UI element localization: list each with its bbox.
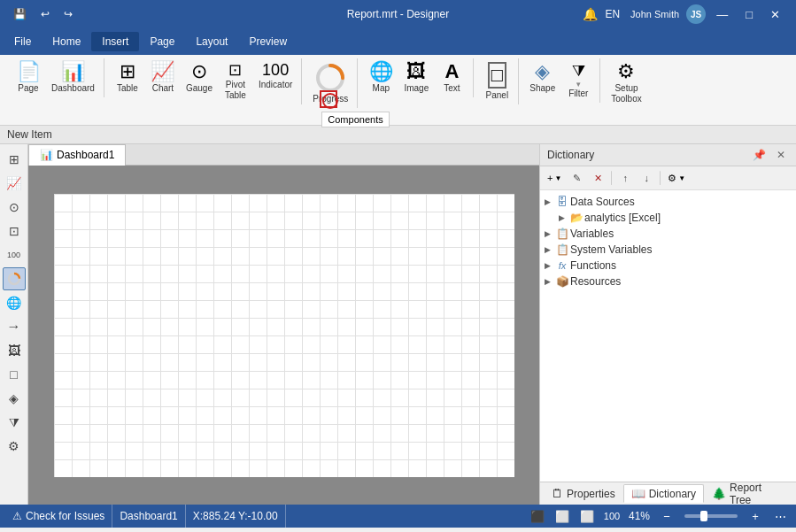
menu-insert[interactable]: Insert bbox=[91, 32, 139, 51]
left-indicator-btn[interactable]: 100 bbox=[3, 243, 26, 266]
status-icon3[interactable]: ⬜ bbox=[576, 506, 598, 526]
ribbon-table-btn[interactable]: ⊞ Table bbox=[112, 60, 143, 96]
zoom-thumb bbox=[700, 511, 707, 521]
left-pivot-btn[interactable]: ⊡ bbox=[3, 220, 26, 243]
right-panel: Dictionary 📌 ✕ + ▼ ✎ ✕ ↑ ↓ ⚙ ▼ bbox=[539, 144, 796, 505]
close-btn[interactable]: ✕ bbox=[763, 4, 787, 25]
tree-system-variables[interactable]: ▶ 📋 System Variables bbox=[540, 242, 796, 258]
dict-move-up-btn[interactable]: ↑ bbox=[615, 169, 635, 187]
ribbon-pivot-btn[interactable]: ⊡ Pivot Table bbox=[220, 60, 251, 103]
menu-preview[interactable]: Preview bbox=[238, 32, 298, 51]
grid-canvas[interactable] bbox=[54, 194, 514, 477]
dictionary-tab[interactable]: 📖 Dictionary bbox=[623, 484, 704, 503]
menu-home[interactable]: Home bbox=[42, 32, 91, 51]
left-panel-btn[interactable]: □ bbox=[3, 363, 26, 386]
ribbon-page-btn[interactable]: 📄 Page bbox=[12, 60, 44, 96]
variables-label: Variables bbox=[570, 227, 614, 240]
dict-settings-dropdown[interactable]: ⚙ ▼ bbox=[664, 171, 689, 186]
close-dict-btn[interactable]: ✕ bbox=[773, 147, 789, 163]
sysvar-icon: 📋 bbox=[554, 243, 570, 256]
setup-icon: ⚙ bbox=[617, 62, 635, 81]
left-filter-btn[interactable]: ⧩ bbox=[3, 411, 26, 434]
dict-bottom-tabs: 🗒 Properties 📖 Dictionary 🌲 Report Tree bbox=[540, 482, 796, 505]
minimize-btn[interactable]: — bbox=[709, 4, 735, 25]
ribbon-panel-btn[interactable]: □ Panel bbox=[481, 60, 513, 103]
dashboard-status-label: Dashboard1 bbox=[120, 510, 177, 522]
left-arrow-btn[interactable]: → bbox=[3, 315, 26, 338]
menu-layout[interactable]: Layout bbox=[185, 32, 238, 51]
ribbon-group-tables: ⊞ Table 📈 Chart ⊙ Gauge ⊡ Pivot Table bbox=[106, 58, 302, 104]
canvas-content[interactable] bbox=[28, 166, 539, 505]
functions-expander: ▶ bbox=[540, 261, 554, 270]
status-icon2[interactable]: ⬜ bbox=[552, 506, 573, 526]
left-progress-btn[interactable] bbox=[3, 267, 26, 290]
tree-datasources[interactable]: ▶ 🗄 Data Sources bbox=[540, 194, 796, 210]
bell-icon[interactable]: 🔔 bbox=[583, 7, 598, 21]
status-right: ⬛ ⬜ ⬜ 100 41% − + ⋯ bbox=[527, 506, 791, 526]
left-setup-btn[interactable]: ⚙ bbox=[3, 435, 26, 458]
image-icon: 🖼 bbox=[406, 62, 426, 81]
dashboard1-tab[interactable]: 📊 Dashboard1 bbox=[28, 144, 126, 166]
ribbon-dashboard-btn[interactable]: 📊 Dashboard bbox=[48, 60, 98, 96]
zoom-slider[interactable] bbox=[684, 514, 738, 518]
dict-delete-btn[interactable]: ✕ bbox=[588, 169, 607, 187]
ribbon-progress-btn[interactable]: Progress bbox=[309, 60, 352, 106]
report-tree-tab[interactable]: 🌲 Report Tree bbox=[704, 479, 792, 509]
user-avatar[interactable]: JS bbox=[686, 4, 706, 24]
ribbon-text-btn[interactable]: A Text bbox=[436, 60, 468, 96]
dict-move-down-btn[interactable]: ↓ bbox=[637, 169, 656, 187]
lang-selector[interactable]: EN bbox=[605, 8, 620, 20]
left-table-btn[interactable]: ⊞ bbox=[3, 148, 26, 171]
page-icon: 📄 bbox=[17, 62, 41, 81]
properties-tab-icon: 🗒 bbox=[552, 487, 563, 500]
ribbon-setup-btn[interactable]: ⚙ Setup Toolbox bbox=[607, 60, 645, 106]
dict-edit-btn[interactable]: ✎ bbox=[567, 169, 586, 187]
ribbon-gauge-btn[interactable]: ⊙ Gauge bbox=[182, 60, 216, 96]
left-map-btn[interactable]: 🌐 bbox=[3, 291, 26, 314]
left-gauge-btn[interactable]: ⊙ bbox=[3, 196, 26, 219]
dict-add-dropdown[interactable]: + ▼ bbox=[544, 171, 565, 185]
pin-btn[interactable]: 📌 bbox=[749, 147, 769, 163]
dict-separator1 bbox=[611, 171, 612, 185]
filter-icon: ⧩ ▼ bbox=[572, 62, 585, 89]
tree-resources[interactable]: ▶ 📦 Resources bbox=[540, 274, 796, 289]
resources-icon: 📦 bbox=[554, 275, 570, 288]
save-quick-btn[interactable]: 💾 bbox=[9, 5, 31, 23]
ribbon-group-shape: ◈ Shape ⧩ ▼ Filter bbox=[521, 58, 600, 103]
left-image-btn[interactable]: 🖼 bbox=[3, 339, 26, 362]
zoom-in-btn[interactable]: + bbox=[745, 506, 766, 526]
undo-btn[interactable]: ↩ bbox=[36, 5, 54, 23]
ribbon-indicator-btn[interactable]: 100 Indicator bbox=[255, 60, 296, 92]
tree-variables[interactable]: ▶ 📋 Variables bbox=[540, 226, 796, 242]
ribbon-shape-btn[interactable]: ◈ Shape bbox=[526, 60, 559, 96]
menu-file[interactable]: File bbox=[4, 32, 42, 51]
variables-expander: ▶ bbox=[540, 229, 554, 238]
ribbon-chart-btn[interactable]: 📈 Chart bbox=[147, 60, 179, 96]
analytics-expander: ▶ bbox=[554, 213, 568, 222]
dashboard-status[interactable]: Dashboard1 bbox=[112, 505, 185, 528]
redo-btn[interactable]: ↪ bbox=[59, 5, 77, 23]
tree-analytics[interactable]: ▶ 📂 analytics [Excel] bbox=[540, 210, 796, 226]
ribbon-map-btn[interactable]: 🌐 Map bbox=[365, 60, 397, 96]
status-icon4[interactable]: 100 bbox=[601, 506, 622, 526]
ribbon-image-btn[interactable]: 🖼 Image bbox=[400, 60, 432, 96]
chevron-down-icon: ▼ bbox=[554, 174, 561, 182]
left-chart-btn[interactable]: 📈 bbox=[3, 172, 26, 195]
tree-functions[interactable]: ▶ fx Functions bbox=[540, 258, 796, 274]
ribbon-filter-btn[interactable]: ⧩ ▼ Filter bbox=[562, 60, 594, 101]
status-more-btn[interactable]: ⋯ bbox=[769, 506, 791, 526]
ribbon-group-panel: □ Panel bbox=[475, 58, 519, 104]
menu-page[interactable]: Page bbox=[139, 32, 185, 51]
ribbon-group-setup: ⚙ Setup Toolbox bbox=[602, 58, 650, 108]
analytics-label: analytics [Excel] bbox=[584, 212, 661, 224]
status-icon1[interactable]: ⬛ bbox=[527, 506, 548, 526]
gauge-icon: ⊙ bbox=[191, 62, 207, 81]
zoom-out-btn[interactable]: − bbox=[656, 506, 677, 526]
maximize-btn[interactable]: □ bbox=[738, 4, 760, 25]
check-issues-label: Check for Issues bbox=[26, 510, 104, 522]
status-bar: ⚠ Check for Issues Dashboard1 X:885.24 Y… bbox=[0, 505, 796, 528]
properties-tab[interactable]: 🗒 Properties bbox=[544, 484, 623, 503]
check-issues-btn[interactable]: ⚠ Check for Issues bbox=[5, 505, 112, 528]
settings-chevron-icon: ▼ bbox=[678, 174, 685, 182]
left-shape-btn[interactable]: ◈ bbox=[3, 387, 26, 410]
